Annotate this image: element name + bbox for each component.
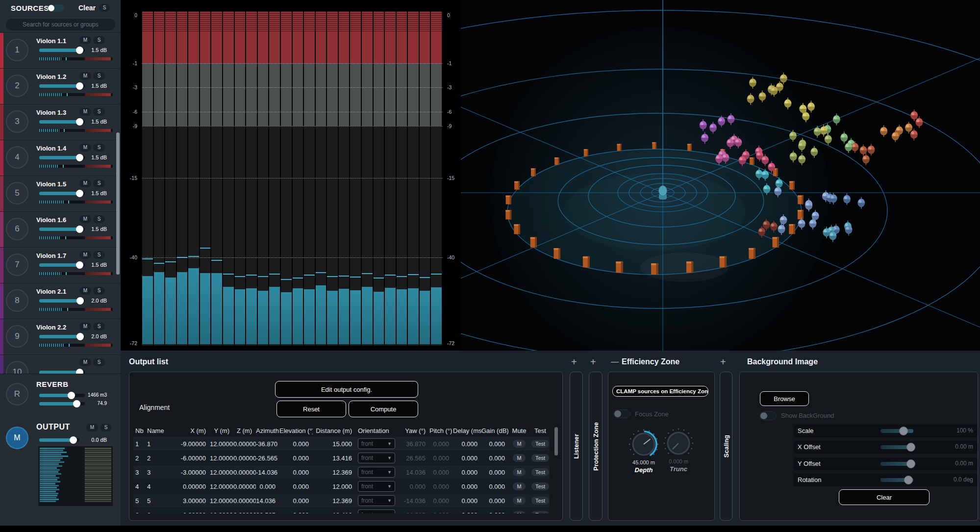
output-mute-button[interactable]: M — [86, 424, 98, 431]
speaker[interactable] — [583, 256, 590, 267]
speaker[interactable] — [749, 248, 755, 259]
listener-expand-icon[interactable]: + — [571, 356, 577, 368]
protection-zone-expand-icon[interactable]: + — [590, 356, 596, 368]
sidebar-scrollbar[interactable] — [116, 132, 120, 275]
source-row[interactable]: 7 Violon 1.7 M S 1.5 dB — [0, 247, 121, 283]
speaker[interactable] — [514, 181, 519, 190]
output-gain-slider[interactable] — [39, 438, 79, 442]
tab-listener[interactable]: Listener — [570, 372, 583, 521]
source-number[interactable]: 1 — [6, 39, 28, 61]
row-mute-button[interactable]: M — [513, 511, 525, 513]
speaker[interactable] — [617, 144, 622, 151]
reset-button[interactable]: Reset — [276, 401, 346, 417]
source-mute-button[interactable]: M — [79, 179, 91, 187]
column-header[interactable]: Pitch (°) — [429, 427, 453, 434]
output-badge[interactable]: M — [6, 427, 28, 449]
source-solo-button[interactable]: S — [93, 358, 105, 366]
source-number[interactable]: 2 — [6, 75, 28, 97]
orientation-dropdown[interactable]: front▼ — [358, 438, 395, 449]
source-number[interactable]: 8 — [6, 289, 28, 312]
table-row[interactable]: 33-3.0000012.000000.00000-14.0360.00012.… — [133, 465, 550, 479]
source-solo-button[interactable]: S — [93, 323, 105, 330]
edit-output-config-button[interactable]: Edit output config. — [275, 381, 418, 398]
speaker[interactable] — [720, 256, 727, 267]
source-row[interactable]: 5 Violon 1.5 M S 1.5 dB — [0, 176, 121, 212]
source-row[interactable]: 6 Violon 1.6 M S 1.5 dB — [0, 211, 121, 248]
slider-knob[interactable] — [906, 443, 915, 452]
column-header[interactable]: Name — [145, 427, 179, 434]
column-header[interactable]: Orientation — [356, 427, 403, 434]
source-mute-button[interactable]: M — [79, 144, 91, 152]
source-mute-button[interactable]: M — [79, 215, 91, 223]
speaker[interactable] — [514, 224, 520, 234]
source-number[interactable]: 6 — [6, 218, 28, 240]
scene-3d[interactable] — [461, 0, 980, 351]
speaker[interactable] — [652, 142, 656, 149]
show-background-toggle[interactable] — [759, 411, 777, 420]
source-row[interactable]: 10 M S — [0, 355, 121, 374]
efficiency-zone-collapse-icon[interactable]: — — [611, 357, 619, 366]
tab-scaling[interactable]: Scaling — [720, 372, 732, 521]
table-row[interactable]: 553.0000012.000000.0000014.0360.00012.36… — [133, 494, 550, 507]
tab-protection-zone[interactable]: Protection Zone — [589, 372, 603, 521]
column-header[interactable]: X (m) — [179, 427, 210, 434]
speaker[interactable] — [553, 248, 560, 259]
source-gain-slider[interactable] — [39, 299, 85, 303]
row-mute-button[interactable]: M — [513, 454, 525, 462]
source-mute-button[interactable]: M — [79, 358, 91, 366]
table-scrollbar[interactable] — [554, 427, 558, 518]
column-header[interactable]: Distance (m) — [313, 427, 356, 434]
solo-clear-badge[interactable]: S — [99, 4, 110, 12]
source-gain-slider[interactable] — [39, 335, 85, 338]
slider-knob[interactable] — [904, 476, 913, 484]
output-solo-button[interactable]: S — [100, 424, 112, 431]
orientation-dropdown[interactable]: front▼ — [358, 481, 395, 492]
row-mute-button[interactable]: M — [513, 468, 525, 476]
scaling-expand-icon[interactable]: + — [720, 356, 726, 368]
row-test-button[interactable]: Test — [531, 454, 549, 462]
speaker[interactable] — [616, 261, 623, 273]
column-header[interactable]: Test — [529, 427, 551, 434]
slider-track[interactable] — [880, 429, 913, 433]
source-row[interactable]: 3 Violon 1.3 M S 1.5 dB — [0, 104, 121, 140]
column-header[interactable]: Delay (ms) — [453, 427, 481, 434]
scene-3d-viewport[interactable] — [461, 0, 980, 351]
search-input[interactable] — [6, 19, 115, 30]
reverb-badge[interactable]: R — [6, 383, 28, 405]
source-gain-slider[interactable] — [39, 156, 85, 159]
column-header[interactable]: Nb — [133, 427, 145, 434]
table-row[interactable]: 666.0000012.000000.0000026.5650.00013.41… — [133, 508, 550, 513]
source-solo-button[interactable]: S — [93, 179, 105, 187]
orientation-dropdown[interactable]: front▼ — [358, 509, 395, 513]
clamp-mode-dropdown[interactable]: CLAMP sources on Efficiency Zone ▼ — [612, 386, 708, 397]
source-gain-slider[interactable] — [39, 49, 85, 52]
column-header[interactable]: Yaw (°) — [403, 427, 429, 434]
source-mute-button[interactable]: M — [79, 323, 91, 330]
source-solo-button[interactable]: S — [93, 287, 105, 295]
column-header[interactable]: Elevation (°) — [279, 427, 313, 434]
orientation-dropdown[interactable]: front▼ — [358, 467, 395, 478]
source-row[interactable]: 8 Violon 2.1 M S 2.0 dB — [0, 283, 121, 319]
source-gain-slider[interactable] — [39, 228, 85, 231]
row-test-button[interactable]: Test — [531, 440, 549, 448]
speaker[interactable] — [530, 237, 537, 248]
browse-button[interactable]: Browse — [760, 391, 809, 406]
column-header[interactable]: Z (m) — [233, 427, 256, 434]
source-mute-button[interactable]: M — [79, 108, 91, 116]
source-row[interactable]: 1 Violon 1.1 M S 1.5 dB — [0, 32, 121, 69]
source-solo-button[interactable]: S — [93, 108, 105, 116]
row-mute-button[interactable]: M — [513, 440, 525, 448]
speaker[interactable] — [584, 149, 588, 156]
speaker[interactable] — [506, 196, 511, 204]
table-row[interactable]: 22-6.0000012.000000.00000-26.5650.00013.… — [133, 451, 550, 465]
source-number[interactable]: 7 — [6, 253, 28, 276]
compute-button[interactable]: Compute — [349, 401, 418, 417]
table-row[interactable]: 440.0000012.000000.000000.0000.00012.000… — [133, 480, 550, 493]
source-gain-slider[interactable] — [39, 192, 85, 195]
source-gain-slider[interactable] — [39, 120, 85, 124]
source-row[interactable]: 2 Violon 1.2 M S 1.5 dB — [0, 68, 121, 104]
orientation-dropdown[interactable]: front▼ — [358, 495, 395, 506]
source-solo-button[interactable]: S — [93, 72, 105, 80]
sources-toggle[interactable] — [48, 4, 64, 12]
source-solo-button[interactable]: S — [93, 251, 105, 259]
